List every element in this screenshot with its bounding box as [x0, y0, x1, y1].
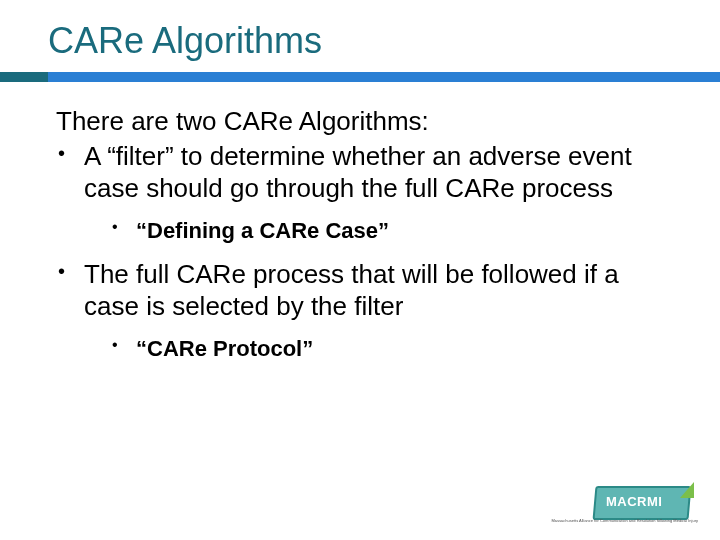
rule-right-segment: [48, 72, 720, 82]
list-item: A “filter” to determine whether an adver…: [56, 141, 664, 245]
list-item-text: A “filter” to determine whether an adver…: [84, 141, 632, 203]
content-area: There are two CARe Algorithms: A “filter…: [0, 82, 720, 363]
sub-list-item-text: “CARe Protocol”: [136, 336, 313, 361]
macrmi-logo: MACRMI Massachusetts Alliance for Commun…: [588, 482, 698, 526]
logo-accent-icon: [680, 482, 694, 498]
slide: CARe Algorithms There are two CARe Algor…: [0, 0, 720, 540]
bullet-list: A “filter” to determine whether an adver…: [56, 141, 664, 363]
sub-list-item: “Defining a CARe Case”: [112, 217, 664, 246]
list-item-text: The full CARe process that will be follo…: [84, 259, 619, 321]
logo-subtext: Massachusetts Alliance for Communication…: [551, 518, 698, 523]
sub-list: “Defining a CARe Case”: [112, 217, 664, 246]
logo-text: MACRMI: [606, 494, 662, 509]
slide-title: CARe Algorithms: [0, 0, 720, 72]
rule-left-segment: [0, 72, 48, 82]
list-item: The full CARe process that will be follo…: [56, 259, 664, 363]
title-rule: [0, 72, 720, 82]
sub-list: “CARe Protocol”: [112, 335, 664, 364]
sub-list-item-text: “Defining a CARe Case”: [136, 218, 389, 243]
intro-text: There are two CARe Algorithms:: [56, 106, 664, 137]
sub-list-item: “CARe Protocol”: [112, 335, 664, 364]
